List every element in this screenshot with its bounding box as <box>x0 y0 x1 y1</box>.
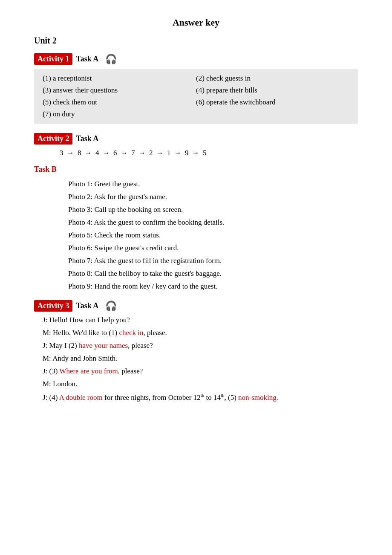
answer-row-1: (1) a receptionist (2) check guests in <box>43 74 349 83</box>
answer-2-1: (3) answer their questions <box>43 86 196 95</box>
answer-4-1: (7) on duty <box>43 110 196 119</box>
photo-3: Photo 3: Call up the booking on screen. <box>68 205 358 214</box>
dialog-line-2: M: Hello. We'd like to (1) check in, ple… <box>43 329 358 337</box>
activity-2-task: Task A <box>76 134 98 143</box>
answer-row-3: (5) check them out (6) operate the switc… <box>43 98 349 107</box>
dialog-line-7: J: (4) A double room for three nights, f… <box>43 393 358 402</box>
activity-3-section: Activity 3 Task A 🎧 J: Hello! How can I … <box>34 300 358 402</box>
dialog-line-3: J: May I (2) have your names, please? <box>43 341 358 350</box>
photo-2: Photo 2: Ask for the guest's name. <box>68 193 358 201</box>
activity-3-task: Task A <box>76 301 98 310</box>
photo-5: Photo 5: Check the room status. <box>68 231 358 240</box>
activity-3-badge: Activity 3 <box>34 300 72 312</box>
answer-2-2: (4) prepare their bills <box>196 86 349 95</box>
headphone-icon-3: 🎧 <box>105 301 117 312</box>
photo-7: Photo 7: Ask the guest to fill in the re… <box>68 257 358 265</box>
photo-list: Photo 1: Greet the guest. Photo 2: Ask f… <box>68 180 358 291</box>
activity-2-badge: Activity 2 <box>34 133 72 145</box>
answer-4-2 <box>196 110 349 119</box>
photo-4: Photo 4: Ask the guest to confirm the bo… <box>68 218 358 227</box>
photo-9: Photo 9: Hand the room key / key card to… <box>68 282 358 291</box>
answer-row-2: (3) answer their questions (4) prepare t… <box>43 86 349 95</box>
unit-title: Unit 2 <box>34 36 358 46</box>
answer-3-2: (6) operate the switchboard <box>196 98 349 107</box>
photo-1: Photo 1: Greet the guest. <box>68 180 358 188</box>
activity-2-section: Activity 2 Task A 3 → 8 → 4 → 6 → 7 → 2 … <box>34 133 358 291</box>
page-title: Answer key <box>34 17 358 28</box>
activity-1-task: Task A <box>76 55 98 64</box>
photo-6: Photo 6: Swipe the guest's credit card. <box>68 244 358 252</box>
answer-3-1: (5) check them out <box>43 98 196 107</box>
headphone-icon-1: 🎧 <box>105 54 117 65</box>
activity-1-badge: Activity 1 <box>34 53 72 65</box>
answer-1-1: (1) a receptionist <box>43 74 196 83</box>
dialog-line-1: J: Hello! How can I help you? <box>43 316 358 324</box>
task-b-label: Task B <box>34 165 358 174</box>
sequence: 3 → 8 → 4 → 6 → 7 → 2 → 1 → 9 → 5 <box>60 149 358 157</box>
photo-8: Photo 8: Call the bellboy to take the gu… <box>68 269 358 278</box>
dialog-line-5: J: (3) Where are you from, please? <box>43 367 358 376</box>
activity-1-section: Activity 1 Task A 🎧 (1) a receptionist (… <box>34 53 358 124</box>
activity-1-header: Activity 1 Task A 🎧 <box>34 53 358 65</box>
activity-1-answers: (1) a receptionist (2) check guests in (… <box>34 69 358 124</box>
dialog-line-4: M: Andy and John Smith. <box>43 354 358 363</box>
answer-row-4: (7) on duty <box>43 110 349 119</box>
dialog-line-6: M: London. <box>43 380 358 388</box>
activity-2-header: Activity 2 Task A <box>34 133 358 145</box>
answer-1-2: (2) check guests in <box>196 74 349 83</box>
activity-3-header: Activity 3 Task A 🎧 <box>34 300 358 312</box>
